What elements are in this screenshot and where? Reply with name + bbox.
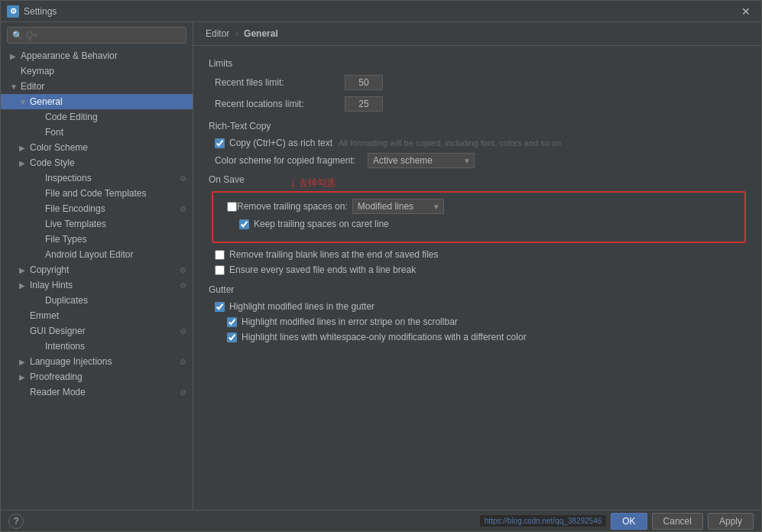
ok-label: OK — [622, 516, 635, 527]
recent-locations-row: Recent locations limit: — [209, 96, 746, 112]
remove-trailing-row: Remove trailing spaces on: Modified line… — [221, 199, 737, 214]
close-button[interactable]: ✕ — [737, 4, 755, 19]
sidebar-item-copyright[interactable]: ▶ Copyright ⚙ — [1, 262, 193, 277]
ensure-line-break-label: Ensure every saved file ends with a line… — [229, 264, 416, 275]
sidebar-item-android-layout-editor[interactable]: Android Layout Editor — [1, 247, 193, 262]
chevron-right-icon: ▶ — [19, 373, 27, 381]
sidebar-item-label: Android Layout Editor — [45, 249, 133, 260]
recent-locations-label: Recent locations limit: — [215, 99, 345, 109]
sidebar-item-label: Font — [45, 127, 63, 138]
sidebar-item-keymap[interactable]: Keymap — [1, 63, 193, 79]
keep-trailing-label: Keep trailing spaces on caret line — [254, 219, 389, 229]
sidebar-item-label: File and Code Templates — [45, 188, 147, 199]
gear-icon: ⚙ — [180, 174, 186, 183]
sidebar-item-inlay-hints[interactable]: ▶ Inlay Hints ⚙ — [1, 277, 193, 293]
sidebar-item-reader-mode[interactable]: Reader Mode ⚙ — [1, 384, 193, 400]
ensure-line-break-row: Ensure every saved file ends with a line… — [209, 264, 746, 275]
sidebar-item-code-editing[interactable]: Code Editing — [1, 109, 193, 125]
sidebar-item-live-templates[interactable]: Live Templates — [1, 216, 193, 232]
help-icon: ? — [14, 516, 19, 527]
sidebar-item-label: Appearance & Behavior — [21, 50, 118, 61]
highlight-error-stripe-row: Highlight modified lines in error stripe… — [209, 316, 746, 327]
sidebar-item-label: Language Injections — [30, 356, 112, 367]
sidebar-item-label: Color Scheme — [30, 142, 88, 153]
remove-trailing-label: Remove trailing spaces on: — [237, 201, 348, 212]
sidebar-item-proofreading[interactable]: ▶ Proofreading — [1, 369, 193, 384]
chevron-right-icon: ▶ — [19, 144, 27, 152]
sidebar-item-language-injections[interactable]: ▶ Language Injections ⚙ — [1, 354, 193, 369]
copy-rich-text-label: Copy (Ctrl+C) as rich text — [229, 138, 332, 148]
chevron-right-icon: ▶ — [10, 52, 18, 60]
remove-trailing-select[interactable]: Modified lines All lines None — [352, 199, 444, 214]
ensure-line-break-checkbox[interactable] — [215, 265, 225, 275]
sidebar-item-appearance[interactable]: ▶ Appearance & Behavior — [1, 48, 193, 63]
search-input[interactable] — [26, 30, 181, 41]
color-scheme-select[interactable]: Active scheme — [368, 153, 475, 168]
breadcrumb-current: General — [244, 28, 278, 39]
copy-rich-text-checkbox[interactable] — [215, 138, 225, 148]
settings-window: ⚙ Settings ✕ 🔍 ▶ Appearance & Behavior — [0, 0, 762, 532]
keep-trailing-checkbox[interactable] — [239, 219, 249, 229]
url-label: https://blog.csdn.net/qq_38292546 — [480, 515, 606, 527]
cancel-label: Cancel — [663, 516, 692, 527]
recent-locations-input[interactable] — [345, 96, 383, 112]
gear-icon: ⚙ — [180, 266, 186, 274]
sidebar-item-intentions[interactable]: Intentions — [1, 339, 193, 354]
sidebar-tree: ▶ Appearance & Behavior Keymap ▼ Editor … — [1, 48, 193, 510]
limits-section-header: Limits — [209, 58, 746, 69]
copy-rich-text-hint: All formatting will be copied, including… — [339, 138, 561, 148]
sidebar-item-label: Copyright — [30, 264, 69, 275]
sidebar-item-label: Editor — [21, 81, 44, 92]
sidebar-item-gui-designer[interactable]: GUI Designer ⚙ — [1, 323, 193, 339]
highlight-whitespace-row: Highlight lines with whitespace-only mod… — [209, 332, 746, 342]
sidebar-item-label: Inlay Hints — [30, 280, 73, 290]
sidebar-item-label: File Encodings — [45, 203, 105, 214]
help-button[interactable]: ? — [8, 514, 24, 529]
apply-button[interactable]: Apply — [708, 513, 754, 530]
highlight-modified-checkbox[interactable] — [215, 302, 225, 312]
gear-icon: ⚙ — [180, 358, 186, 366]
remove-blank-lines-row: Remove trailing blank lines at the end o… — [209, 249, 746, 260]
ok-button[interactable]: OK — [611, 513, 647, 530]
cancel-button[interactable]: Cancel — [652, 513, 703, 530]
sidebar-item-emmet[interactable]: Emmet — [1, 308, 193, 323]
sidebar-item-general[interactable]: ▼ General — [1, 94, 193, 109]
sidebar-item-label: Keymap — [21, 66, 54, 76]
chevron-down-icon: ▼ — [19, 98, 27, 106]
sidebar-item-code-style[interactable]: ▶ Code Style — [1, 155, 193, 170]
sidebar-item-file-encodings[interactable]: File Encodings ⚙ — [1, 201, 193, 216]
rich-text-section-header: Rich-Text Copy — [209, 121, 746, 131]
sidebar-item-file-code-templates[interactable]: File and Code Templates — [1, 186, 193, 201]
annotation-label: ↓ 去掉勾选 — [290, 176, 336, 190]
title-bar: ⚙ Settings ✕ — [1, 1, 761, 22]
sidebar-item-color-scheme[interactable]: ▶ Color Scheme — [1, 140, 193, 155]
sidebar-item-editor[interactable]: ▼ Editor — [1, 79, 193, 94]
highlight-error-stripe-checkbox[interactable] — [227, 317, 237, 327]
main-panel: Editor › General Limits Recent files lim… — [193, 22, 761, 510]
gear-icon: ⚙ — [180, 205, 186, 213]
highlight-whitespace-checkbox[interactable] — [227, 332, 237, 342]
annotation-arrow-icon: ↓ — [290, 176, 296, 190]
gear-icon: ⚙ — [180, 281, 186, 290]
remove-trailing-dropdown-wrap: Modified lines All lines None ▼ — [352, 199, 444, 214]
bottom-bar: ? https://blog.csdn.net/qq_38292546 OK C… — [1, 510, 761, 531]
annotation-box: ↓ 去掉勾选 Remove trailing spaces on: Modifi… — [212, 191, 746, 243]
remove-blank-lines-checkbox[interactable] — [215, 250, 225, 260]
sidebar-item-file-types[interactable]: File Types — [1, 232, 193, 247]
remove-trailing-checkbox[interactable] — [227, 202, 237, 212]
sidebar-item-inspections[interactable]: Inspections ⚙ — [1, 170, 193, 186]
sidebar-item-label: Live Templates — [45, 219, 106, 229]
sidebar-item-duplicates[interactable]: Duplicates — [1, 293, 193, 308]
sidebar-item-label: Code Style — [30, 157, 75, 168]
chevron-down-icon: ▼ — [10, 83, 18, 91]
sidebar-item-font[interactable]: Font — [1, 125, 193, 140]
sidebar-item-label: Reader Mode — [30, 387, 86, 397]
app-icon-text: ⚙ — [10, 7, 17, 15]
main-layout: 🔍 ▶ Appearance & Behavior Keymap ▼ — [1, 22, 761, 510]
color-scheme-row: Color scheme for copied fragment: Active… — [209, 153, 746, 168]
sidebar: 🔍 ▶ Appearance & Behavior Keymap ▼ — [1, 22, 193, 510]
search-box[interactable]: 🔍 — [7, 27, 186, 44]
recent-files-input[interactable] — [345, 75, 383, 90]
breadcrumb-parent: Editor — [206, 28, 229, 39]
sidebar-item-label: Duplicates — [45, 295, 88, 306]
